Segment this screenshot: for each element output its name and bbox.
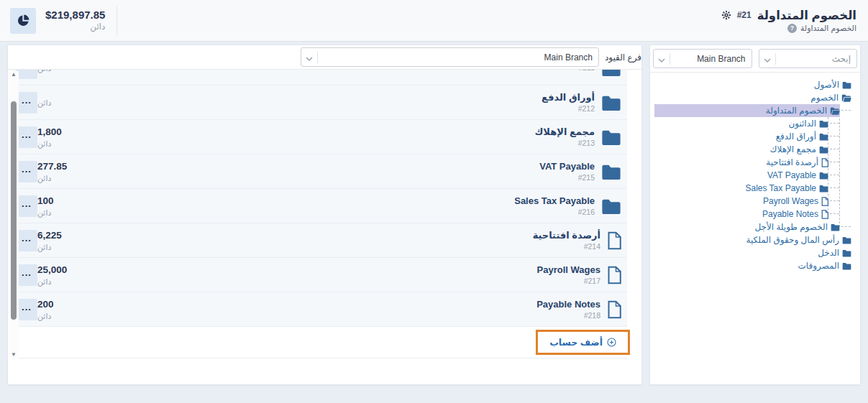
tree-connector <box>830 123 839 124</box>
highlight-annotation: أضف حساب <box>536 330 630 355</box>
page-header: الخصوم المتداولة #21 الخصوم المتداولة ? … <box>0 0 868 42</box>
tree-item-sales-tax-payable[interactable]: Sales Tax Payable <box>654 182 828 195</box>
tree-item-payroll-wages[interactable]: Payroll Wages <box>654 195 828 208</box>
row-menu-button[interactable]: ... <box>16 264 37 286</box>
entries-branch-select[interactable]: Main Branch <box>301 47 599 67</box>
scrollbar-thumb[interactable] <box>11 101 17 320</box>
ellipsis-icon: ... <box>22 302 32 312</box>
tree-item-label: الدخل <box>818 246 839 259</box>
accounts-list-panel: فرع القيود Main Branch #211 دائن ... <box>7 45 642 385</box>
tree-item-label: المصروفات <box>798 259 839 272</box>
account-side: دائن <box>37 70 275 73</box>
folder-icon <box>831 223 840 231</box>
file-icon <box>821 158 828 167</box>
row-menu-button[interactable]: ... <box>16 126 37 148</box>
tree-filters: إبحث Main Branch <box>650 45 860 73</box>
account-row[interactable]: Payable Notes#218 200دائن ... <box>12 292 627 327</box>
tree-item-label: أرصدة افتتاحية <box>766 156 818 169</box>
folder-open-icon <box>841 94 851 102</box>
vertical-scrollbar[interactable]: ▲ ▼ <box>9 71 19 358</box>
ellipsis-icon: ... <box>22 233 32 243</box>
tree-item-capital-equity[interactable]: رأس المال وحقوق الملكية <box>654 233 851 246</box>
tree-item-current-liabilities[interactable]: الخصوم المتداولة <box>654 104 840 117</box>
account-row[interactable]: #211 دائن ... <box>12 70 627 85</box>
tree-branch-select[interactable]: Main Branch <box>653 49 752 68</box>
folder-icon <box>819 146 828 154</box>
row-menu-button[interactable]: ... <box>16 195 37 217</box>
account-id: #216 <box>514 208 595 217</box>
tree-item-notes-payable[interactable]: أوراق الدفع <box>654 130 828 143</box>
tree-connector <box>830 175 839 175</box>
tree-connector-line <box>839 104 840 227</box>
add-account-label: أضف حساب <box>549 337 603 348</box>
folder-icon <box>601 70 621 77</box>
scroll-up-icon[interactable]: ▲ <box>9 71 19 78</box>
account-row[interactable]: أوراق الدفع#212 دائن ... <box>12 85 627 120</box>
page-title: الخصوم المتداولة <box>757 9 856 22</box>
account-amount: 1,800 <box>37 126 275 139</box>
gear-icon[interactable] <box>721 10 731 20</box>
tree-search-value: إبحث <box>832 54 851 64</box>
divider <box>670 53 670 65</box>
ellipsis-icon: ... <box>22 268 32 277</box>
tree-item-expenses[interactable]: المصروفات <box>654 259 851 272</box>
folder-icon <box>819 185 828 193</box>
tree-item-long-term-liabilities[interactable]: الخصوم طويلة الأجل <box>654 221 840 233</box>
tree-connector <box>830 136 839 136</box>
account-name: مجمع الإهلاك <box>534 126 595 138</box>
account-id: #218 <box>536 311 600 320</box>
tree-item-opening-balances[interactable]: أرصدة افتتاحية <box>654 156 828 169</box>
account-id: #214 <box>533 242 600 251</box>
tree-item-liabilities[interactable]: الخصوم <box>654 91 851 104</box>
chevron-down-icon <box>306 51 313 64</box>
row-menu-button[interactable]: ... <box>16 299 37 320</box>
folder-icon <box>842 236 851 244</box>
account-row[interactable]: Payroll Wages#217 25,000دائن ... <box>12 258 627 292</box>
tree-item-payable-notes[interactable]: Payable Notes <box>654 208 828 221</box>
tree-item-creditors[interactable]: الدائنون <box>654 117 828 130</box>
account-row[interactable]: مجمع الإهلاك#213 1,800دائن ... <box>12 120 627 154</box>
chevron-down-icon <box>658 52 665 65</box>
tree-connector <box>830 187 839 188</box>
tree-item-label: Sales Tax Payable <box>745 182 816 195</box>
account-name: Payroll Wages <box>537 264 600 276</box>
folder-icon <box>842 249 851 257</box>
row-menu-button[interactable]: ... <box>16 230 37 251</box>
account-side: دائن <box>37 139 275 149</box>
tree-item-vat-payable[interactable]: VAT Payable <box>654 169 828 182</box>
title-group: الخصوم المتداولة #21 الخصوم المتداولة ? <box>721 9 856 33</box>
folder-icon <box>601 198 621 215</box>
divider <box>317 52 318 63</box>
account-name: VAT Payable <box>539 161 595 172</box>
file-icon <box>607 266 621 284</box>
tree-search-select[interactable]: إبحث <box>759 49 858 68</box>
account-name: أوراق الدفع <box>542 92 595 103</box>
add-account-row: أضف حساب <box>12 327 627 358</box>
question-circle-icon[interactable]: ? <box>787 24 797 33</box>
tree-connector <box>841 226 851 227</box>
row-menu-button[interactable]: ... <box>16 70 37 79</box>
account-row[interactable]: أرصدة افتتاحية#214 6,225دائن ... <box>12 223 627 258</box>
folder-icon <box>842 81 851 89</box>
file-icon <box>607 231 621 250</box>
account-row[interactable]: Sales Tax Payable#216 100دائن ... <box>12 189 627 223</box>
content-area: إبحث Main Branch الأصول الخصوم الخصوم ال… <box>0 42 868 388</box>
tree-item-label: Payable Notes <box>762 208 818 221</box>
row-menu-button[interactable]: ... <box>16 92 37 114</box>
tree-item-accumulated-depreciation[interactable]: مجمع الإهلاك <box>654 143 828 156</box>
tree-item-assets[interactable]: الأصول <box>654 78 851 91</box>
file-icon <box>821 210 828 219</box>
account-side: دائن <box>37 173 275 183</box>
account-row[interactable]: VAT Payable#215 277.85دائن ... <box>12 154 627 189</box>
accounts-list: #211 دائن ... أوراق الدفع#212 دائن ... <box>12 70 627 327</box>
tree-connector <box>830 149 839 149</box>
tree-item-income[interactable]: الدخل <box>654 246 851 259</box>
scroll-down-icon[interactable]: ▼ <box>9 351 19 358</box>
folder-icon <box>842 262 851 270</box>
account-side: دائن <box>37 208 275 218</box>
add-account-button[interactable]: أضف حساب <box>549 337 616 348</box>
account-amount: 100 <box>37 195 275 208</box>
account-name: Payable Notes <box>536 299 600 310</box>
folder-icon <box>601 164 621 180</box>
row-menu-button[interactable]: ... <box>16 161 37 182</box>
